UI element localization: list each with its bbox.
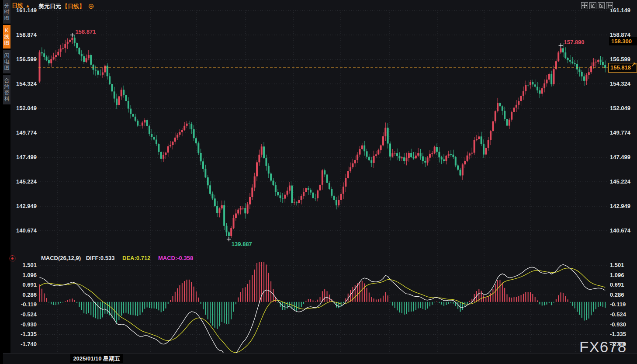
crosshair-date-tooltip: 2025/01/10 星期五 — [70, 354, 123, 363]
macd-dea-value: DEA:0.712 — [122, 255, 150, 261]
price-tick-label: 154.324 — [8, 80, 37, 87]
macd-tick-label: -1.740 — [8, 341, 37, 347]
price-tick-label: 147.499 — [8, 154, 37, 160]
macd-diff-value: DIFF:0.533 — [86, 255, 115, 261]
scale-axis-left-icon[interactable] — [589, 2, 596, 9]
chart-application: 分时图K线图闪电图合约资料 161.149161.149158.874158.8… — [0, 0, 637, 364]
price-tick-label: 149.774 — [610, 129, 637, 136]
low-annotation: 139.887 — [232, 241, 252, 247]
price-tick-label: 140.674 — [8, 227, 37, 234]
period-selector-arrow-icon: ▲ — [25, 3, 30, 8]
price-tick-label: 152.049 — [8, 105, 37, 111]
macd-tick-label: -0.119 — [610, 301, 637, 308]
macd-panel-series — [39, 262, 606, 359]
macd-tick-label: 0.691 — [8, 281, 37, 288]
price-tick-label: 142.949 — [8, 203, 37, 209]
price-tick-label: 152.049 — [610, 105, 637, 111]
period-tag: 【日线】 — [62, 3, 85, 10]
price-tick-label: 145.224 — [610, 178, 637, 185]
macd-tick-label: -0.930 — [8, 321, 37, 328]
macd-tick-label: -0.930 — [610, 321, 637, 328]
macd-tick-label: 0.286 — [610, 291, 637, 298]
macd-tick-label: -0.524 — [610, 311, 637, 318]
macd-tick-label: -0.524 — [8, 311, 37, 318]
macd-tick-label: 0.286 — [8, 291, 37, 298]
chart-toolbar — [581, 2, 613, 9]
extreme-point-markers — [70, 33, 563, 241]
gear-plus-icon[interactable] — [88, 3, 94, 10]
candlestick-series — [39, 35, 606, 239]
main-chart-plot[interactable] — [0, 0, 637, 364]
price-tick-label: 158.874 — [8, 31, 37, 38]
gridlines — [38, 10, 608, 352]
price-tick-label: 161.149 — [610, 7, 637, 14]
macd-bar-value: MACD:-0.358 — [158, 255, 193, 261]
price-tick-label: 154.324 — [610, 80, 637, 87]
go-to-latest-icon[interactable] — [606, 2, 613, 9]
price-tick-label: 142.949 — [610, 203, 637, 209]
high-annotation-2: 157.890 — [564, 39, 585, 45]
high-annotation-1: 158.871 — [75, 28, 96, 35]
price-tick-label: 156.599 — [8, 56, 37, 62]
macd-tick-label: -0.119 — [8, 301, 37, 308]
macd-header: MACD(26,12,9) DIFF:0.533 DEA:0.712 MACD:… — [41, 255, 193, 261]
macd-tick-label: -1.335 — [8, 331, 37, 337]
price-tick-label: 147.499 — [610, 154, 637, 160]
price-tick-label: 145.224 — [8, 178, 37, 185]
period-selector[interactable]: 日线▲ — [12, 2, 30, 10]
macd-tick-label: 1.501 — [8, 262, 37, 268]
macd-tick-label: 0.691 — [610, 281, 637, 288]
price-tick-label: 149.774 — [8, 129, 37, 136]
pan-move-icon[interactable] — [581, 2, 588, 9]
macd-tick-label: 1.501 — [610, 262, 637, 268]
symbol-name: 美元日元 — [38, 3, 61, 10]
chart-title: 美元日元【日线】 — [38, 3, 94, 10]
upper-price-marker: 158.300 — [609, 37, 637, 45]
macd-tick-label: -1.335 — [610, 331, 637, 337]
period-selector-label: 日线 — [12, 2, 23, 9]
scale-axis-right-icon[interactable] — [598, 2, 605, 9]
price-pointer-icon — [631, 61, 637, 69]
macd-tick-label: 1.096 — [610, 272, 637, 278]
macd-params-label: MACD(26,12,9) — [41, 255, 81, 261]
price-tick-label: 140.674 — [610, 227, 637, 234]
brand-watermark: FX678 — [579, 338, 627, 356]
indicator-marker-icon[interactable] — [9, 255, 16, 262]
macd-tick-label: 1.096 — [8, 272, 37, 278]
